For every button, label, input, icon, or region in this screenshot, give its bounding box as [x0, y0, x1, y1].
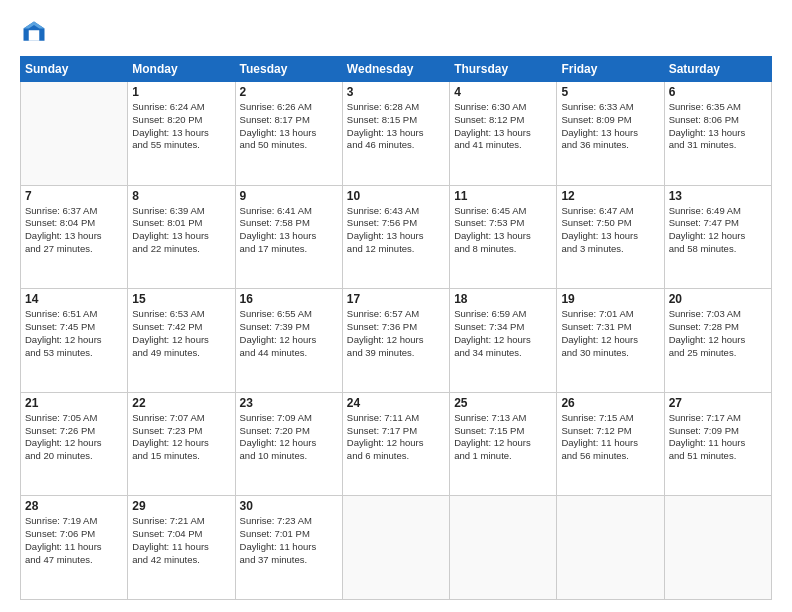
day-info: Sunrise: 6:35 AM Sunset: 8:06 PM Dayligh… [669, 101, 767, 152]
day-number: 16 [240, 292, 338, 306]
day-info: Sunrise: 7:15 AM Sunset: 7:12 PM Dayligh… [561, 412, 659, 463]
calendar-cell: 9Sunrise: 6:41 AM Sunset: 7:58 PM Daylig… [235, 185, 342, 289]
day-number: 20 [669, 292, 767, 306]
day-info: Sunrise: 6:43 AM Sunset: 7:56 PM Dayligh… [347, 205, 445, 256]
day-number: 9 [240, 189, 338, 203]
day-number: 4 [454, 85, 552, 99]
calendar-cell: 29Sunrise: 7:21 AM Sunset: 7:04 PM Dayli… [128, 496, 235, 600]
weekday-header-row: SundayMondayTuesdayWednesdayThursdayFrid… [21, 57, 772, 82]
calendar-cell: 17Sunrise: 6:57 AM Sunset: 7:36 PM Dayli… [342, 289, 449, 393]
day-info: Sunrise: 6:47 AM Sunset: 7:50 PM Dayligh… [561, 205, 659, 256]
calendar-week-row: 14Sunrise: 6:51 AM Sunset: 7:45 PM Dayli… [21, 289, 772, 393]
calendar-cell: 3Sunrise: 6:28 AM Sunset: 8:15 PM Daylig… [342, 82, 449, 186]
calendar-cell [21, 82, 128, 186]
calendar-cell: 6Sunrise: 6:35 AM Sunset: 8:06 PM Daylig… [664, 82, 771, 186]
day-info: Sunrise: 6:30 AM Sunset: 8:12 PM Dayligh… [454, 101, 552, 152]
calendar-cell: 22Sunrise: 7:07 AM Sunset: 7:23 PM Dayli… [128, 392, 235, 496]
day-number: 29 [132, 499, 230, 513]
day-number: 13 [669, 189, 767, 203]
calendar-cell [664, 496, 771, 600]
calendar-cell [450, 496, 557, 600]
day-info: Sunrise: 7:23 AM Sunset: 7:01 PM Dayligh… [240, 515, 338, 566]
calendar-cell: 1Sunrise: 6:24 AM Sunset: 8:20 PM Daylig… [128, 82, 235, 186]
weekday-header: Wednesday [342, 57, 449, 82]
calendar-cell: 27Sunrise: 7:17 AM Sunset: 7:09 PM Dayli… [664, 392, 771, 496]
day-info: Sunrise: 6:26 AM Sunset: 8:17 PM Dayligh… [240, 101, 338, 152]
weekday-header: Sunday [21, 57, 128, 82]
day-info: Sunrise: 7:05 AM Sunset: 7:26 PM Dayligh… [25, 412, 123, 463]
logo [20, 18, 52, 46]
day-number: 19 [561, 292, 659, 306]
day-number: 14 [25, 292, 123, 306]
calendar-cell: 8Sunrise: 6:39 AM Sunset: 8:01 PM Daylig… [128, 185, 235, 289]
day-info: Sunrise: 7:13 AM Sunset: 7:15 PM Dayligh… [454, 412, 552, 463]
day-info: Sunrise: 7:17 AM Sunset: 7:09 PM Dayligh… [669, 412, 767, 463]
day-info: Sunrise: 6:28 AM Sunset: 8:15 PM Dayligh… [347, 101, 445, 152]
day-number: 30 [240, 499, 338, 513]
day-info: Sunrise: 6:37 AM Sunset: 8:04 PM Dayligh… [25, 205, 123, 256]
day-info: Sunrise: 6:59 AM Sunset: 7:34 PM Dayligh… [454, 308, 552, 359]
calendar-cell: 28Sunrise: 7:19 AM Sunset: 7:06 PM Dayli… [21, 496, 128, 600]
day-info: Sunrise: 7:11 AM Sunset: 7:17 PM Dayligh… [347, 412, 445, 463]
day-info: Sunrise: 6:39 AM Sunset: 8:01 PM Dayligh… [132, 205, 230, 256]
calendar-week-row: 28Sunrise: 7:19 AM Sunset: 7:06 PM Dayli… [21, 496, 772, 600]
calendar-cell: 11Sunrise: 6:45 AM Sunset: 7:53 PM Dayli… [450, 185, 557, 289]
svg-rect-2 [29, 30, 40, 41]
day-number: 8 [132, 189, 230, 203]
day-info: Sunrise: 6:53 AM Sunset: 7:42 PM Dayligh… [132, 308, 230, 359]
calendar-cell: 15Sunrise: 6:53 AM Sunset: 7:42 PM Dayli… [128, 289, 235, 393]
header [20, 18, 772, 46]
calendar-cell: 10Sunrise: 6:43 AM Sunset: 7:56 PM Dayli… [342, 185, 449, 289]
calendar-cell: 20Sunrise: 7:03 AM Sunset: 7:28 PM Dayli… [664, 289, 771, 393]
logo-icon [20, 18, 48, 46]
day-number: 17 [347, 292, 445, 306]
page: SundayMondayTuesdayWednesdayThursdayFrid… [0, 0, 792, 612]
calendar-cell: 2Sunrise: 6:26 AM Sunset: 8:17 PM Daylig… [235, 82, 342, 186]
calendar-cell: 5Sunrise: 6:33 AM Sunset: 8:09 PM Daylig… [557, 82, 664, 186]
calendar-cell [342, 496, 449, 600]
day-number: 15 [132, 292, 230, 306]
day-info: Sunrise: 7:09 AM Sunset: 7:20 PM Dayligh… [240, 412, 338, 463]
calendar-cell: 14Sunrise: 6:51 AM Sunset: 7:45 PM Dayli… [21, 289, 128, 393]
day-info: Sunrise: 7:21 AM Sunset: 7:04 PM Dayligh… [132, 515, 230, 566]
day-number: 11 [454, 189, 552, 203]
day-info: Sunrise: 6:49 AM Sunset: 7:47 PM Dayligh… [669, 205, 767, 256]
calendar-week-row: 21Sunrise: 7:05 AM Sunset: 7:26 PM Dayli… [21, 392, 772, 496]
calendar-cell: 18Sunrise: 6:59 AM Sunset: 7:34 PM Dayli… [450, 289, 557, 393]
weekday-header: Monday [128, 57, 235, 82]
day-info: Sunrise: 7:19 AM Sunset: 7:06 PM Dayligh… [25, 515, 123, 566]
day-number: 5 [561, 85, 659, 99]
calendar-cell: 7Sunrise: 6:37 AM Sunset: 8:04 PM Daylig… [21, 185, 128, 289]
day-info: Sunrise: 7:07 AM Sunset: 7:23 PM Dayligh… [132, 412, 230, 463]
day-info: Sunrise: 6:51 AM Sunset: 7:45 PM Dayligh… [25, 308, 123, 359]
calendar-cell: 13Sunrise: 6:49 AM Sunset: 7:47 PM Dayli… [664, 185, 771, 289]
day-number: 21 [25, 396, 123, 410]
calendar-cell: 12Sunrise: 6:47 AM Sunset: 7:50 PM Dayli… [557, 185, 664, 289]
calendar-cell: 30Sunrise: 7:23 AM Sunset: 7:01 PM Dayli… [235, 496, 342, 600]
day-number: 25 [454, 396, 552, 410]
day-info: Sunrise: 6:24 AM Sunset: 8:20 PM Dayligh… [132, 101, 230, 152]
calendar-cell: 21Sunrise: 7:05 AM Sunset: 7:26 PM Dayli… [21, 392, 128, 496]
day-number: 28 [25, 499, 123, 513]
calendar-cell: 4Sunrise: 6:30 AM Sunset: 8:12 PM Daylig… [450, 82, 557, 186]
calendar-cell: 19Sunrise: 7:01 AM Sunset: 7:31 PM Dayli… [557, 289, 664, 393]
calendar: SundayMondayTuesdayWednesdayThursdayFrid… [20, 56, 772, 600]
day-info: Sunrise: 7:01 AM Sunset: 7:31 PM Dayligh… [561, 308, 659, 359]
day-number: 6 [669, 85, 767, 99]
day-number: 7 [25, 189, 123, 203]
calendar-cell: 26Sunrise: 7:15 AM Sunset: 7:12 PM Dayli… [557, 392, 664, 496]
weekday-header: Thursday [450, 57, 557, 82]
calendar-cell [557, 496, 664, 600]
day-info: Sunrise: 6:33 AM Sunset: 8:09 PM Dayligh… [561, 101, 659, 152]
calendar-cell: 23Sunrise: 7:09 AM Sunset: 7:20 PM Dayli… [235, 392, 342, 496]
day-info: Sunrise: 6:45 AM Sunset: 7:53 PM Dayligh… [454, 205, 552, 256]
weekday-header: Tuesday [235, 57, 342, 82]
day-number: 3 [347, 85, 445, 99]
calendar-cell: 16Sunrise: 6:55 AM Sunset: 7:39 PM Dayli… [235, 289, 342, 393]
weekday-header: Saturday [664, 57, 771, 82]
calendar-week-row: 1Sunrise: 6:24 AM Sunset: 8:20 PM Daylig… [21, 82, 772, 186]
weekday-header: Friday [557, 57, 664, 82]
day-number: 26 [561, 396, 659, 410]
day-number: 1 [132, 85, 230, 99]
day-info: Sunrise: 6:57 AM Sunset: 7:36 PM Dayligh… [347, 308, 445, 359]
